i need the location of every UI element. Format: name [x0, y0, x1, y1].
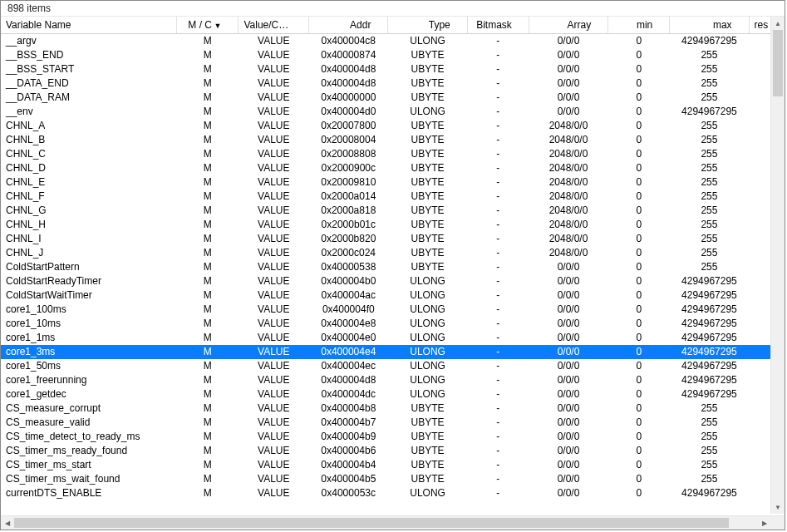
cell-min: 0	[608, 119, 670, 133]
cell-mc: M	[177, 317, 239, 331]
table-row[interactable]: ColdStartPatternMVALUE0x40000538UBYTE-0/…	[1, 260, 785, 274]
variable-list-window: 898 items Variable Name M / C Value/Curv…	[0, 0, 785, 530]
cell-min: 0	[608, 161, 670, 175]
cell-min: 0	[608, 34, 670, 48]
cell-array: 0/0/0	[529, 274, 607, 288]
scroll-left-arrow-icon[interactable]: ◀	[1, 516, 14, 530]
cell-bitmask: -	[467, 444, 529, 458]
cell-addr: 0x40000538	[309, 260, 388, 274]
vertical-scroll-thumb[interactable]	[773, 30, 783, 96]
col-header-min[interactable]: min	[608, 17, 670, 34]
col-header-addr[interactable]: Addr	[309, 17, 388, 34]
col-header-value[interactable]: Value/Curv...	[239, 17, 309, 34]
cell-mc: M	[177, 218, 239, 232]
cell-mc: M	[177, 288, 239, 303]
cell-min: 0	[608, 359, 670, 373]
scroll-right-arrow-icon[interactable]: ▶	[758, 516, 771, 530]
cell-type: UBYTE	[388, 190, 467, 204]
table-row[interactable]: core1_100msMVALUE0x400004f0ULONG-0/0/004…	[1, 303, 785, 317]
cell-array: 0/0/0	[529, 317, 607, 331]
table-row[interactable]: CS_time_detect_to_ready_msMVALUE0x400004…	[1, 430, 785, 444]
cell-variable-name: CHNL_G	[1, 204, 177, 218]
table-row[interactable]: __DATA_ENDMVALUE0x400004d8UBYTE-0/0/0025…	[1, 76, 785, 91]
table-row[interactable]: __BSS_ENDMVALUE0x40000874UBYTE-0/0/00255	[1, 48, 785, 62]
vertical-scrollbar[interactable]: ▲ ▼	[770, 17, 785, 514]
cell-type: ULONG	[388, 288, 467, 303]
cell-mc: M	[177, 331, 239, 345]
table-row[interactable]: CHNL_GMVALUE0x2000a818UBYTE-2048/0/00255	[1, 204, 785, 218]
col-header-max[interactable]: max	[670, 17, 749, 34]
cell-array: 0/0/0	[529, 91, 607, 105]
table-row[interactable]: CHNL_EMVALUE0x20009810UBYTE-2048/0/00255	[1, 175, 785, 190]
cell-array: 0/0/0	[529, 76, 607, 91]
cell-min: 0	[608, 204, 670, 218]
cell-min: 0	[608, 401, 670, 416]
horizontal-scroll-thumb[interactable]	[14, 518, 729, 528]
table-row[interactable]: CHNL_DMVALUE0x2000900cUBYTE-2048/0/00255	[1, 161, 785, 175]
cell-type: ULONG	[388, 387, 467, 401]
table-row[interactable]: CHNL_FMVALUE0x2000a014UBYTE-2048/0/00255	[1, 190, 785, 204]
cell-max: 255	[670, 232, 749, 246]
cell-addr: 0x4000053c	[309, 486, 388, 500]
table-row[interactable]: __BSS_STARTMVALUE0x400004d8UBYTE-0/0/002…	[1, 62, 785, 76]
table-row[interactable]: __envMVALUE0x400004d0ULONG-0/0/004294967…	[1, 105, 785, 119]
table-row[interactable]: core1_10msMVALUE0x400004e8ULONG-0/0/0042…	[1, 317, 785, 331]
table-row[interactable]: __argvMVALUE0x400004c8ULONG-0/0/00429496…	[1, 34, 785, 48]
horizontal-scrollbar[interactable]: ◀ ▶	[1, 515, 785, 530]
scroll-up-arrow-icon[interactable]: ▲	[771, 17, 785, 30]
table-row[interactable]: CHNL_BMVALUE0x20008004UBYTE-2048/0/00255	[1, 133, 785, 147]
cell-value: VALUE	[239, 288, 309, 303]
vertical-scroll-track[interactable]	[771, 30, 785, 500]
cell-max: 255	[670, 119, 749, 133]
table-row[interactable]: ColdStartReadyTimerMVALUE0x400004b0ULONG…	[1, 274, 785, 288]
cell-array: 0/0/0	[529, 345, 607, 359]
cell-variable-name: CHNL_D	[1, 161, 177, 175]
table-row[interactable]: CHNL_HMVALUE0x2000b01cUBYTE-2048/0/00255	[1, 218, 785, 232]
col-header-array[interactable]: Array	[529, 17, 607, 34]
table-row[interactable]: CHNL_JMVALUE0x2000c024UBYTE-2048/0/00255	[1, 246, 785, 260]
col-header-type[interactable]: Type	[388, 17, 467, 34]
cell-type: ULONG	[388, 317, 467, 331]
table-row[interactable]: CS_timer_ms_wait_foundMVALUE0x400004b5UB…	[1, 472, 785, 486]
table-row[interactable]: core1_1msMVALUE0x400004e0ULONG-0/0/00429…	[1, 331, 785, 345]
horizontal-scroll-track[interactable]	[14, 516, 758, 530]
table-row[interactable]: CHNL_CMVALUE0x20008808UBYTE-2048/0/00255	[1, 147, 785, 161]
table-row[interactable]: currentDTS_ENABLEMVALUE0x4000053cULONG-0…	[1, 486, 785, 500]
cell-value: VALUE	[239, 190, 309, 204]
cell-variable-name: CS_timer_ms_start	[1, 458, 177, 472]
cell-value: VALUE	[239, 317, 309, 331]
table-row[interactable]: core1_freerunningMVALUE0x400004d8ULONG-0…	[1, 373, 785, 387]
scroll-down-arrow-icon[interactable]: ▼	[771, 500, 785, 514]
table-row[interactable]: CS_timer_ms_ready_foundMVALUE0x400004b6U…	[1, 444, 785, 458]
col-header-variable-name[interactable]: Variable Name	[1, 17, 177, 34]
cell-array: 2048/0/0	[529, 204, 607, 218]
table-row[interactable]: CHNL_IMVALUE0x2000b820UBYTE-2048/0/00255	[1, 232, 785, 246]
cell-type: ULONG	[388, 345, 467, 359]
col-header-bitmask[interactable]: Bitmask	[467, 17, 529, 34]
table-row[interactable]: CS_measure_corruptMVALUE0x400004b8UBYTE-…	[1, 401, 785, 416]
table-row[interactable]: core1_getdecMVALUE0x400004dcULONG-0/0/00…	[1, 387, 785, 401]
cell-type: UBYTE	[388, 246, 467, 260]
cell-variable-name: core1_100ms	[1, 303, 177, 317]
cell-array: 0/0/0	[529, 48, 607, 62]
table-row[interactable]: CS_timer_ms_startMVALUE0x400004b4UBYTE-0…	[1, 458, 785, 472]
cell-variable-name: CHNL_C	[1, 147, 177, 161]
cell-value: VALUE	[239, 204, 309, 218]
table-row[interactable]: __DATA_RAMMVALUE0x40000000UBYTE-0/0/0025…	[1, 91, 785, 105]
cell-value: VALUE	[239, 303, 309, 317]
table-row[interactable]: ColdStartWaitTimerMVALUE0x400004acULONG-…	[1, 288, 785, 303]
cell-variable-name: __BSS_END	[1, 48, 177, 62]
cell-addr: 0x400004d8	[309, 373, 388, 387]
table-row[interactable]: core1_3msMVALUE0x400004e4ULONG-0/0/00429…	[1, 345, 785, 359]
cell-value: VALUE	[239, 260, 309, 274]
col-header-mc[interactable]: M / C	[177, 17, 239, 34]
table-row[interactable]: CS_measure_validMVALUE0x400004b7UBYTE-0/…	[1, 416, 785, 430]
cell-array: 0/0/0	[529, 105, 607, 119]
table-row[interactable]: CHNL_AMVALUE0x20007800UBYTE-2048/0/00255	[1, 119, 785, 133]
cell-addr: 0x40000874	[309, 48, 388, 62]
table-row[interactable]: core1_50msMVALUE0x400004ecULONG-0/0/0042…	[1, 359, 785, 373]
cell-addr: 0x400004e0	[309, 331, 388, 345]
cell-max: 255	[670, 401, 749, 416]
cell-min: 0	[608, 133, 670, 147]
cell-max: 255	[670, 204, 749, 218]
